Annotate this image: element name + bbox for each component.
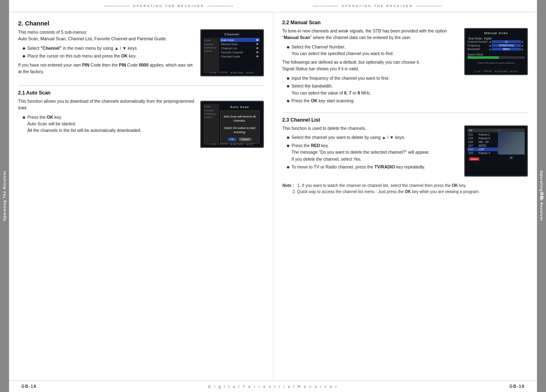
manual-scan-content-3: Select the bandwidth.You can select the …: [292, 83, 528, 96]
footer-page-right: GB-19: [509, 384, 525, 389]
right-column: 2.2 Manual Scan Manual Scan Scan Mode : …: [273, 12, 537, 380]
autoscan-btn-row: OK Cancel: [222, 138, 258, 141]
menu-item-favoritechannel: Favorite Channel ▶: [220, 50, 260, 54]
bandwidth-value: 8MHz: [492, 48, 521, 51]
signal-bar-fill: [467, 56, 499, 59]
manual-scan-content-2: Input the frequency of the channel you w…: [292, 75, 459, 81]
autoscan-bullet-1: ● Press the OK key. Auto Scan will be st…: [22, 114, 195, 134]
section-2-intro-block: Channel Guide Channel Preference System …: [18, 29, 264, 80]
bw-right-arrow: ▶: [522, 48, 524, 51]
channel-item-007: 007 ARTE: [467, 144, 498, 148]
header-bar: ••••••••••••••• OPERATING THE RECEIVER •…: [9, 0, 537, 12]
section-divider-21: [18, 85, 264, 86]
section-23-bullet-3: ● To move to TV or Radio channel, press …: [287, 164, 460, 171]
header-dots-left: •••••••••••••••: [104, 4, 130, 8]
bullet-dot-1: ●: [22, 45, 25, 52]
channel-list-preview-right: + 📺: [498, 129, 525, 173]
scan-mode-label: Scan Mode : Digital: [467, 37, 525, 40]
header-dots-right: •••••••••••••••: [208, 4, 233, 8]
footer-middle-text: D i g i t a l T e r r e s t r i a l R e …: [208, 385, 338, 389]
channel-screen-bottombar: ⊙ OK↕ MOVE⊕ RETURN⊗ EXIT: [201, 71, 263, 74]
right-side-tab: Operating The Receiver GB: [537, 0, 546, 392]
manual-scan-content-1: Select the Channel Number.You can select…: [292, 44, 459, 57]
header-dots-left2: •••••••••••••••: [313, 4, 338, 8]
channel-list-header: TV: [467, 129, 498, 132]
channel-num-right-arrow: ▶: [522, 40, 524, 43]
press-ok-text: Press OK button to start scanning: [467, 62, 525, 64]
freq-right-arrow: ▶: [522, 44, 524, 47]
header-dots-right2: •••••••••••••••: [416, 4, 442, 8]
section-23-content-1: Select the channel you want to delete by…: [292, 134, 459, 141]
channel-item-002: 002 France 2: [467, 133, 498, 136]
bullet-item-select-channel: ● Select "Channel" in the main menu by u…: [22, 45, 195, 52]
menu-item-manualscan: Manual Scan ▶: [220, 42, 260, 46]
menu-item-parentalguide: Parental Guide ▶: [220, 54, 260, 58]
channel-list-layout: TV 002 France 2 003 France 3: [467, 129, 525, 173]
section-23-dot-1: ●: [287, 134, 290, 141]
left-side-tab-text: Operating The Receiver: [2, 171, 7, 221]
manualscan-bottom-bar: ⊙ OK↕ MOVE⊕ RETURN⊗ EXIT: [465, 70, 527, 73]
autoscan-ok-btn[interactable]: OK: [228, 138, 236, 141]
manual-scan-bullet-2: ● Input the frequency of the channel you…: [287, 75, 460, 82]
section-23-dot-2: ●: [287, 142, 290, 149]
channel-item-003: 003 France 3: [467, 136, 498, 140]
channel-item-009: 009 France 4: [467, 151, 498, 155]
bullet-content-2: Place the cursor on this sub menu and pr…: [27, 53, 195, 59]
channel-list-left: TV 002 France 2 003 France 3: [467, 129, 498, 173]
left-column: 2. Channel Channel Guide Channel Prefere…: [9, 12, 273, 380]
two-col-layout: 2. Channel Channel Guide Channel Prefere…: [9, 12, 537, 380]
bullet-dot-2: ●: [22, 53, 25, 60]
channel-num-label: Channel Number: [467, 40, 488, 43]
bandwidth-label: Bandwidth: [467, 48, 488, 51]
subsection-21-title: 2.1 Auto Scan: [18, 90, 264, 96]
footer-bar: GB-18 D i g i t a l T e r r e s t r i a …: [9, 380, 537, 392]
channel-preview-video: [498, 132, 525, 154]
delete-button[interactable]: Delete: [469, 157, 479, 161]
bullet-content-1: Select "Channel" in the main menu by usi…: [27, 45, 195, 51]
manual-scan-dot-4: ●: [287, 97, 290, 104]
note-label: Note :: [282, 183, 294, 188]
manualscan-screen-inner: Manual Scan Scan Mode : Digital Channel …: [465, 29, 527, 74]
signal-status-container: Signal Status: [467, 53, 525, 59]
footer-page-left: GB-18: [21, 384, 37, 389]
freq-left-arrow: ◀: [489, 44, 491, 47]
autoscan-bullet-dot-1: ●: [22, 114, 25, 121]
manual-scan-dot-2: ●: [287, 75, 290, 82]
autoscan-msg2: Select OK button to start scanning.: [222, 126, 258, 134]
header-text2: OPERATING THE RECEIVER: [342, 4, 413, 8]
section-divider-23: [282, 113, 528, 113]
channellist-screen-inner: TV 002 France 2 003 France 3: [465, 126, 527, 176]
autoscan-cancel-btn[interactable]: Cancel: [239, 138, 252, 141]
header-text: OPERATING THE RECEIVER: [133, 4, 204, 8]
manual-scan-content-4: Press the OK key start scanning.: [292, 97, 528, 104]
page-wrapper: Operating The Receiver ••••••••••••••• O…: [0, 0, 546, 392]
autoscan-screen-inner: Guide Channel Preference System Auto Sca…: [201, 101, 263, 147]
section-22-bullet-list-2: ● Input the frequency of the channel you…: [287, 75, 528, 104]
subsection-23-title: 2.3 Channel List: [282, 117, 528, 123]
manual-scan-bullet-3: ● Select the bandwidth.You can select th…: [287, 83, 528, 96]
manualscan-screenshot: Manual Scan Scan Mode : Digital Channel …: [464, 28, 528, 75]
manual-scan-dot-3: ●: [287, 83, 290, 90]
autoscan-msg1: Auto Scan will remove all channels.: [222, 115, 258, 123]
frequency-row: Frequency ◀ 474000 KHz ▶: [467, 44, 525, 47]
channellist-screenshot: TV 002 France 2 003 France 3: [464, 125, 528, 177]
autoscan-bottom-bar: ⊙ OK↕ MOVE⊕ RETURN⊗ EXIT: [201, 143, 263, 145]
subsection-21-block: Guide Channel Preference System Auto Sca…: [18, 98, 264, 151]
frequency-label: Frequency: [467, 44, 488, 47]
autoscan-screenshot: Guide Channel Preference System Auto Sca…: [200, 101, 264, 148]
subsection-22-title: 2.2 Manual Scan: [282, 20, 528, 25]
subsection-22-block: Manual Scan Scan Mode : Digital Channel …: [282, 28, 528, 107]
channel-menu-screenshot: Channel Guide Channel Preference System …: [200, 29, 264, 76]
channel-item-006: 006 M6 - CF: [467, 140, 498, 144]
section-2-title: 2. Channel: [18, 20, 264, 27]
manualscan-screen-title: Manual Scan: [467, 31, 525, 35]
channel-item-008: 008 LCP: [467, 148, 498, 151]
section-23-bullet-1: ● Select the channel you want to delete …: [287, 134, 460, 141]
channel-menu-screen-inner: Channel Guide Channel Preference System …: [201, 30, 263, 76]
autoscan-screen-title: Auto Scan: [220, 105, 259, 109]
main-content: ••••••••••••••• OPERATING THE RECEIVER •…: [9, 0, 537, 392]
section-23-content-3: To move to TV or Radio channel, press th…: [292, 164, 459, 170]
manual-scan-bullet-1: ● Select the Channel Number.You can sele…: [287, 44, 460, 57]
notes-block: Note : 1. If you want to watch the chann…: [282, 182, 528, 195]
frequency-value: 474000 KHz: [492, 44, 521, 47]
